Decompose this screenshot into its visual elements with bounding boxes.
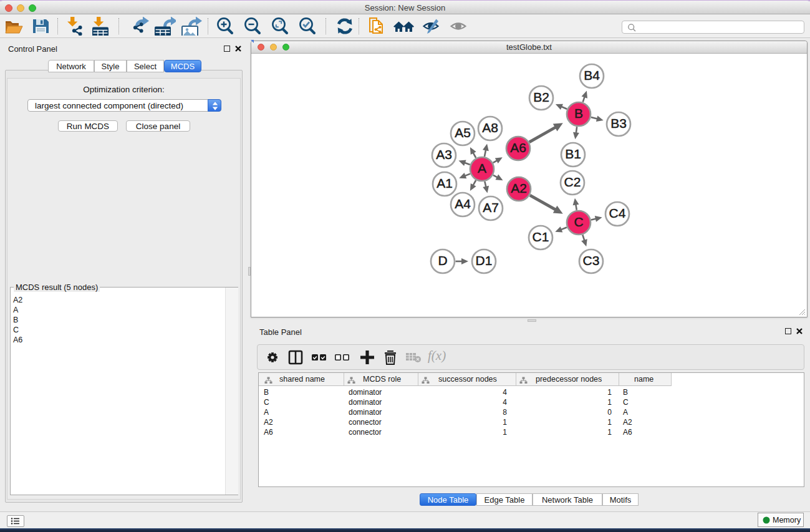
svg-text:B2: B2: [533, 90, 549, 104]
svg-text:A8: A8: [482, 120, 498, 135]
svg-text:B4: B4: [584, 68, 600, 82]
svg-text:B3: B3: [610, 116, 627, 130]
svg-text:A7: A7: [483, 200, 499, 215]
svg-text:C3: C3: [583, 253, 600, 268]
svg-text:C4: C4: [609, 206, 626, 220]
svg-text:A5: A5: [455, 125, 471, 140]
svg-text:B1: B1: [565, 147, 581, 161]
svg-text:D: D: [438, 253, 447, 268]
svg-text:A4: A4: [455, 196, 471, 211]
svg-text:B: B: [574, 106, 583, 120]
svg-text:A3: A3: [436, 147, 452, 162]
svg-text:A6: A6: [510, 140, 526, 155]
svg-text:D1: D1: [476, 253, 493, 268]
svg-text:A: A: [478, 161, 486, 175]
svg-text:C: C: [574, 215, 583, 229]
svg-text:C1: C1: [533, 230, 549, 244]
svg-text:C2: C2: [564, 175, 581, 189]
svg-text:A2: A2: [511, 181, 527, 195]
svg-text:A1: A1: [436, 176, 453, 190]
